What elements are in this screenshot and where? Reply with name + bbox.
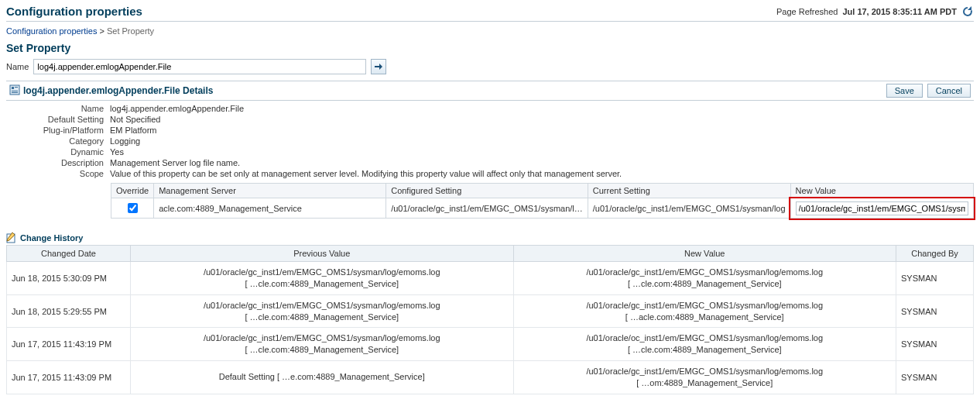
col-server: Management Server [154, 184, 386, 198]
management-server-table: Override Management Server Configured Se… [111, 183, 974, 219]
breadcrumb-current: Set Property [107, 26, 154, 36]
refresh-time: Jul 17, 2015 8:35:11 AM PDT [842, 7, 957, 16]
changed-by: SYSMAN [896, 262, 974, 295]
server-cell: acle.com:4889_Management_Service [154, 198, 386, 219]
page-title: Configuration properties [6, 5, 142, 18]
table-row: acle.com:4889_Management_Service /u01/or… [111, 198, 974, 219]
new-value: /u01/oracle/gc_inst1/em/EMGC_OMS1/sysman… [513, 262, 896, 295]
new-value: /u01/oracle/gc_inst1/em/EMGC_OMS1/sysman… [513, 294, 896, 328]
col-configured: Configured Setting [386, 184, 588, 198]
override-checkbox[interactable] [128, 203, 138, 213]
changed-by: SYSMAN [896, 294, 974, 328]
property-value: log4j.appender.emlogAppender.File [110, 104, 244, 113]
property-label: Name [14, 104, 110, 113]
edit-icon [6, 232, 17, 243]
new-value-input[interactable] [796, 201, 968, 215]
table-row: Jun 17, 2015 11:43:19 PM/u01/oracle/gc_i… [7, 328, 974, 361]
breadcrumb-sep: > [99, 26, 104, 36]
arrow-right-icon [375, 63, 382, 71]
property-row: CategoryLogging [14, 136, 974, 146]
section-title: Set Property [6, 42, 974, 54]
previous-value: /u01/oracle/gc_inst1/em/EMGC_OMS1/sysman… [131, 294, 514, 328]
new-value: /u01/oracle/oc_inst1/em/EMGC_OMS1/sysman… [513, 328, 896, 361]
property-label: Dynamic [14, 147, 110, 157]
property-value: EM Platform [110, 126, 157, 135]
property-value: Yes [110, 147, 124, 157]
property-icon [9, 84, 20, 97]
svg-rect-4 [12, 92, 18, 93]
property-label: Default Setting [14, 115, 110, 124]
refresh-icon[interactable] [961, 5, 974, 18]
property-value: Value of this property can be set only a… [110, 169, 622, 178]
svg-rect-1 [12, 87, 14, 89]
svg-rect-0 [10, 85, 19, 95]
name-input[interactable] [33, 59, 366, 74]
hist-col-prev: Previous Value [131, 246, 514, 262]
property-value: Management Server log file name. [110, 158, 240, 167]
change-history-title: Change History [20, 233, 83, 243]
property-row: DescriptionManagement Server log file na… [14, 158, 974, 167]
hist-col-date: Changed Date [7, 246, 131, 262]
save-button[interactable]: Save [886, 84, 923, 98]
property-row: Plug-in/PlatformEM Platform [14, 126, 974, 135]
details-title: log4j.appender.emlogAppender.File Detail… [23, 85, 213, 96]
breadcrumb: Configuration properties > Set Property [6, 26, 974, 36]
property-label: Scope [14, 169, 110, 178]
current-cell: /u01/oracle/gc_inst1/em/EMGC_OMS1/sysman… [588, 198, 790, 219]
property-row: DynamicYes [14, 147, 974, 157]
configured-cell: /u01/oracle/gc_inst1/em/EMGC_OMS1/sysman… [386, 198, 588, 219]
table-row: Jun 18, 2015 5:30:09 PM/u01/oracle/gc_in… [7, 262, 974, 295]
property-label: Plug-in/Platform [14, 126, 110, 135]
page-refresh-status: Page Refreshed Jul 17, 2015 8:35:11 AM P… [776, 5, 974, 18]
col-current: Current Setting [588, 184, 790, 198]
previous-value: /u01/oracle/gc_inst1/em/EMGC_OMS1/sysman… [131, 328, 514, 361]
cancel-button[interactable]: Cancel [927, 84, 971, 98]
changed-date: Jun 18, 2015 5:30:09 PM [7, 262, 131, 295]
change-history-table: Changed Date Previous Value New Value Ch… [6, 245, 974, 394]
changed-date: Jun 18, 2015 5:29:55 PM [7, 294, 131, 328]
refresh-label: Page Refreshed [776, 7, 838, 16]
property-value: Not Specified [110, 115, 160, 124]
property-label: Description [14, 158, 110, 167]
go-button[interactable] [371, 59, 386, 74]
previous-value: /u01/oracle/gc_inst1/em/EMGC_OMS1/sysman… [131, 262, 514, 295]
svg-rect-2 [15, 87, 18, 88]
table-row: Jun 18, 2015 5:29:55 PM/u01/oracle/gc_in… [7, 294, 974, 328]
table-row: Jun 17, 2015 11:43:09 PMDefault Setting … [7, 361, 974, 394]
previous-value: Default Setting [ …e.com:4889_Management… [131, 361, 514, 394]
col-newvalue: New Value [790, 184, 973, 198]
hist-col-by: Changed By [896, 246, 974, 262]
property-value: Logging [110, 136, 140, 146]
property-row: ScopeValue of this property can be set o… [14, 169, 974, 178]
changed-by: SYSMAN [896, 328, 974, 361]
changed-date: Jun 17, 2015 11:43:09 PM [7, 361, 131, 394]
breadcrumb-parent[interactable]: Configuration properties [6, 26, 97, 36]
new-value: /u01/oracle/gc_inst1/em/EMGC_OMS1/sysman… [513, 361, 896, 394]
property-row: Namelog4j.appender.emlogAppender.File [14, 104, 974, 113]
changed-date: Jun 17, 2015 11:43:19 PM [7, 328, 131, 361]
property-label: Category [14, 136, 110, 146]
svg-rect-3 [12, 91, 18, 91]
property-row: Default SettingNot Specified [14, 115, 974, 124]
hist-col-new: New Value [513, 246, 896, 262]
col-override: Override [111, 184, 154, 198]
changed-by: SYSMAN [896, 361, 974, 394]
name-label: Name [6, 62, 29, 71]
